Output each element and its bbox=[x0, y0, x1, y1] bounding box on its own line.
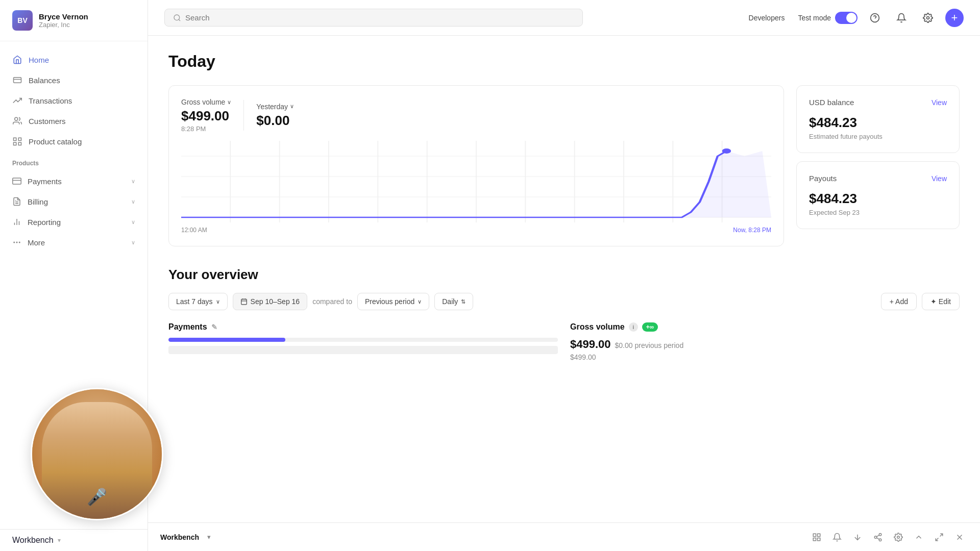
products-section-title: Products bbox=[0, 152, 148, 171]
test-mode-toggle[interactable] bbox=[835, 12, 857, 24]
period-filter-chevron: ∨ bbox=[216, 298, 220, 305]
payments-row: Payments ∨ bbox=[28, 177, 135, 186]
developers-button[interactable]: Developers bbox=[744, 11, 790, 25]
settings-button[interactable] bbox=[919, 9, 937, 27]
yesterday-value: $0.00 bbox=[256, 113, 294, 129]
gear-icon bbox=[923, 13, 933, 23]
plus-badge[interactable]: +∞ bbox=[642, 322, 658, 332]
previous-period-filter[interactable]: Previous period ∨ bbox=[357, 293, 429, 310]
workbench-icons bbox=[808, 529, 968, 545]
wb-close-icon[interactable] bbox=[951, 529, 968, 545]
workbench-footer-label: Workbench bbox=[12, 536, 54, 545]
sidebar-item-payments[interactable]: Payments ∨ bbox=[0, 171, 148, 191]
edit-button-overview[interactable]: ✦ Edit bbox=[922, 293, 960, 310]
usd-balance-header: USD balance View bbox=[809, 98, 947, 107]
svg-line-54 bbox=[936, 538, 938, 540]
sidebar-item-home-label: Home bbox=[29, 56, 49, 64]
sidebar-item-product-catalog[interactable]: Product catalog bbox=[0, 131, 148, 152]
main-area: Developers Test mode bbox=[148, 0, 980, 551]
payouts-view-link[interactable]: View bbox=[932, 174, 947, 183]
video-overlay: 🎤 bbox=[31, 388, 163, 520]
yesterday-label: Yesterday ∨ bbox=[256, 103, 294, 111]
wb-expand-icon[interactable] bbox=[931, 529, 947, 545]
balances-icon bbox=[12, 75, 22, 85]
overview-grid: Payments ✎ Gross volume i +∞ bbox=[168, 322, 960, 361]
page-title: Today bbox=[168, 52, 960, 71]
chart-svg bbox=[181, 141, 771, 222]
user-name: Bryce Vernon bbox=[39, 12, 88, 21]
expand-icon bbox=[935, 533, 944, 542]
workbench-bar-label: Workbench bbox=[160, 533, 199, 541]
search-input[interactable] bbox=[185, 13, 574, 22]
gross-volume-chevron[interactable]: ∨ bbox=[227, 99, 231, 106]
more-chevron: ∨ bbox=[131, 239, 135, 246]
sidebar-item-home[interactable]: Home bbox=[0, 49, 148, 70]
billing-row: Billing ∨ bbox=[28, 197, 135, 206]
wb-sort-icon[interactable] bbox=[849, 529, 866, 545]
workbench-footer-chevron: ▾ bbox=[58, 537, 61, 544]
add-button-overview[interactable]: + Add bbox=[881, 293, 917, 310]
edit-label: ✦ Edit bbox=[930, 297, 951, 306]
svg-point-48 bbox=[874, 536, 877, 538]
settings-wb-icon bbox=[894, 533, 903, 542]
svg-rect-4 bbox=[18, 138, 21, 140]
gross-volume-overview-col: Gross volume i +∞ $499.00 $0.00 previous… bbox=[570, 322, 960, 361]
svg-line-53 bbox=[940, 534, 943, 536]
connect-icon bbox=[873, 533, 883, 542]
search-bar[interactable] bbox=[164, 9, 583, 27]
grid-icon bbox=[812, 533, 821, 542]
payments-chevron: ∨ bbox=[131, 178, 135, 185]
granularity-filter[interactable]: Daily ⇅ bbox=[434, 293, 473, 310]
workbench-bar-chevron[interactable]: ▾ bbox=[207, 533, 211, 541]
svg-rect-0 bbox=[14, 78, 21, 83]
transactions-icon bbox=[12, 95, 22, 106]
sidebar-item-more[interactable]: More ∨ bbox=[0, 232, 148, 253]
sidebar-nav: Home Balances Transactions bbox=[0, 41, 148, 261]
granularity-chevron: ⇅ bbox=[461, 298, 465, 305]
usd-balance-view-link[interactable]: View bbox=[932, 98, 947, 107]
svg-point-49 bbox=[879, 539, 881, 541]
usd-balance-value: $484.23 bbox=[809, 115, 947, 131]
sidebar-item-billing[interactable]: Billing ∨ bbox=[0, 191, 148, 212]
svg-rect-42 bbox=[813, 534, 816, 536]
svg-rect-44 bbox=[818, 538, 820, 540]
usd-balance-card: USD balance View $484.23 Estimated futur… bbox=[796, 85, 960, 153]
workbench-footer[interactable]: Workbench ▾ bbox=[0, 529, 148, 551]
svg-point-47 bbox=[879, 533, 881, 536]
wb-bell-icon[interactable] bbox=[829, 529, 845, 545]
payouts-header: Payouts View bbox=[809, 174, 947, 183]
wb-up-icon[interactable] bbox=[911, 529, 927, 545]
period-filter[interactable]: Last 7 days ∨ bbox=[168, 293, 228, 310]
toggle-knob bbox=[846, 13, 856, 23]
previous-period-chevron: ∨ bbox=[418, 298, 422, 305]
chart-x-labels: 12:00 AM Now, 8:28 PM bbox=[181, 227, 771, 234]
svg-point-16 bbox=[19, 242, 20, 243]
sidebar-item-reporting[interactable]: Reporting ∨ bbox=[0, 212, 148, 232]
add-label: + Add bbox=[890, 297, 908, 306]
svg-point-52 bbox=[897, 536, 900, 538]
help-button[interactable] bbox=[866, 9, 884, 27]
calendar-icon bbox=[240, 298, 248, 305]
wb-settings-icon[interactable] bbox=[890, 529, 906, 545]
sidebar-item-transactions[interactable]: Transactions bbox=[0, 90, 148, 111]
payouts-label: Payouts bbox=[809, 174, 837, 183]
recording-badge bbox=[40, 397, 46, 404]
notifications-button[interactable] bbox=[892, 9, 911, 27]
add-button[interactable]: + bbox=[945, 9, 964, 27]
overview-title: Your overview bbox=[168, 267, 960, 283]
sidebar-item-customers-label: Customers bbox=[29, 117, 66, 126]
gross-volume-overview-value: $499.00 bbox=[570, 338, 611, 351]
payouts-sub: Expected Sep 23 bbox=[809, 209, 947, 216]
yesterday-chevron[interactable]: ∨ bbox=[290, 103, 294, 110]
date-range-badge: Sep 10–Sep 16 bbox=[233, 293, 308, 310]
payments-edit-icon[interactable]: ✎ bbox=[211, 323, 217, 331]
sidebar-item-balances[interactable]: Balances bbox=[0, 70, 148, 90]
yesterday-metric: Yesterday ∨ $0.00 bbox=[256, 103, 294, 129]
gross-volume-time: 8:28 PM bbox=[181, 125, 231, 133]
chart-card: Gross volume ∨ $499.00 8:28 PM Yesterday… bbox=[168, 85, 784, 246]
sort-icon bbox=[853, 533, 862, 542]
compared-to-label: compared to bbox=[312, 297, 352, 306]
sidebar-item-customers[interactable]: Customers bbox=[0, 111, 148, 131]
wb-connect-icon[interactable] bbox=[870, 529, 886, 545]
wb-grid-icon[interactable] bbox=[808, 529, 825, 545]
